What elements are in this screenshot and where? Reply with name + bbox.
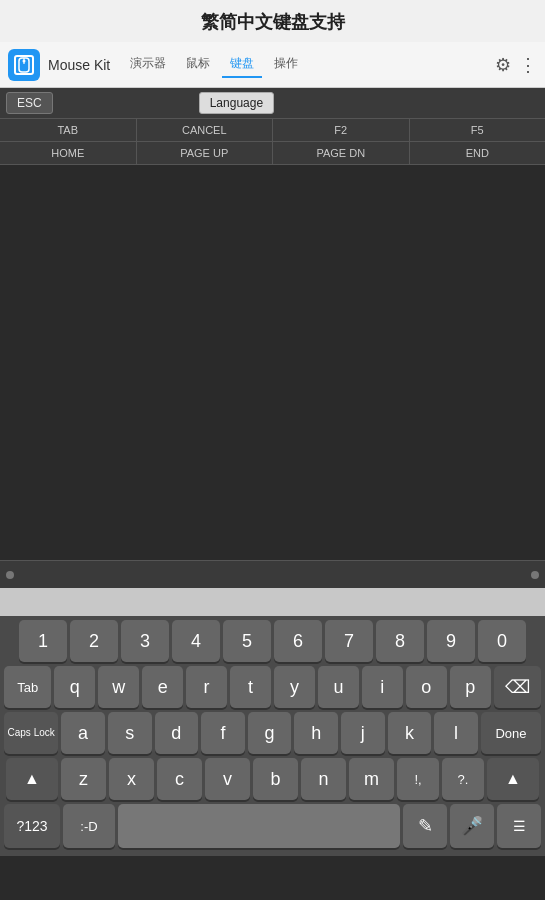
key-v[interactable]: v xyxy=(205,758,250,800)
key-9[interactable]: 9 xyxy=(427,620,475,662)
key-t[interactable]: t xyxy=(230,666,271,708)
tab-mouse[interactable]: 鼠标 xyxy=(178,51,218,78)
input-bar xyxy=(0,560,545,588)
key-d[interactable]: d xyxy=(155,712,199,754)
key-8[interactable]: 8 xyxy=(376,620,424,662)
home-key[interactable]: HOME xyxy=(0,142,137,164)
done-key[interactable]: Done xyxy=(481,712,541,754)
tab-demo[interactable]: 演示器 xyxy=(122,51,174,78)
key-j[interactable]: j xyxy=(341,712,385,754)
key-z[interactable]: z xyxy=(61,758,106,800)
more-icon[interactable]: ⋮ xyxy=(519,54,537,76)
asdf-row: Caps Lock a s d f g h j k l Done xyxy=(2,712,543,754)
key-s[interactable]: s xyxy=(108,712,152,754)
key-r[interactable]: r xyxy=(186,666,227,708)
nav-tabs: 演示器 鼠标 键盘 操作 xyxy=(122,51,495,78)
shift-right-key[interactable]: ▲ xyxy=(487,758,539,800)
bottom-row: ?123 :-D ✎ 🎤 ☰ xyxy=(2,804,543,848)
key-p[interactable]: p xyxy=(450,666,491,708)
mouse-kit-icon xyxy=(16,57,32,73)
f5-key[interactable]: F5 xyxy=(410,119,546,141)
toolbar: ESC Language xyxy=(0,88,545,118)
app-icon xyxy=(8,49,40,81)
shift-left-key[interactable]: ▲ xyxy=(6,758,58,800)
key-u[interactable]: u xyxy=(318,666,359,708)
tab-key-special[interactable]: TAB xyxy=(0,119,137,141)
key-3[interactable]: 3 xyxy=(121,620,169,662)
text-input[interactable] xyxy=(18,565,527,585)
key-b[interactable]: b xyxy=(253,758,298,800)
space-key[interactable] xyxy=(118,804,400,848)
key-7[interactable]: 7 xyxy=(325,620,373,662)
key-0[interactable]: 0 xyxy=(478,620,526,662)
tab-action[interactable]: 操作 xyxy=(266,51,306,78)
key-n[interactable]: n xyxy=(301,758,346,800)
key-2[interactable]: 2 xyxy=(70,620,118,662)
settings-icon[interactable]: ⚙ xyxy=(495,54,511,76)
num-switch-key[interactable]: ?123 xyxy=(4,804,60,848)
key-question-period[interactable]: ?. xyxy=(442,758,484,800)
app-name: Mouse Kit xyxy=(48,57,110,73)
key-m[interactable]: m xyxy=(349,758,394,800)
key-5[interactable]: 5 xyxy=(223,620,271,662)
key-4[interactable]: 4 xyxy=(172,620,220,662)
key-o[interactable]: o xyxy=(406,666,447,708)
key-i[interactable]: i xyxy=(362,666,403,708)
key-1[interactable]: 1 xyxy=(19,620,67,662)
key-x[interactable]: x xyxy=(109,758,154,800)
key-h[interactable]: h xyxy=(294,712,338,754)
key-e[interactable]: e xyxy=(142,666,183,708)
suggestion-bar[interactable] xyxy=(0,588,545,616)
caps-lock-key[interactable]: Caps Lock xyxy=(4,712,58,754)
cancel-key[interactable]: CANCEL xyxy=(137,119,274,141)
key-k[interactable]: k xyxy=(388,712,432,754)
tab-key[interactable]: Tab xyxy=(4,666,51,708)
header-icons: ⚙ ⋮ xyxy=(495,54,537,76)
shift-right-icon: ▲ xyxy=(505,770,521,788)
mic-key[interactable]: 🎤 xyxy=(450,804,494,848)
key-l[interactable]: l xyxy=(434,712,478,754)
keyboard: 1 2 3 4 5 6 7 8 9 0 Tab q w e r t y u i … xyxy=(0,616,545,856)
key-g[interactable]: g xyxy=(248,712,292,754)
pagedn-key[interactable]: PAGE DN xyxy=(273,142,410,164)
key-w[interactable]: w xyxy=(98,666,139,708)
main-content xyxy=(0,165,545,560)
emoji-key[interactable]: :-D xyxy=(63,804,115,848)
backspace-key[interactable] xyxy=(494,666,541,708)
menu-key[interactable]: ☰ xyxy=(497,804,541,848)
key-exclaim-comma[interactable]: !, xyxy=(397,758,439,800)
pageup-key[interactable]: PAGE UP xyxy=(137,142,274,164)
zxcv-row: ▲ z x c v b n m !, ?. ▲ xyxy=(2,758,543,800)
edit-action-key[interactable]: ✎ xyxy=(403,804,447,848)
key-q[interactable]: q xyxy=(54,666,95,708)
key-c[interactable]: c xyxy=(157,758,202,800)
esc-button[interactable]: ESC xyxy=(6,92,53,114)
page-title: 繁简中文键盘支持 xyxy=(0,0,545,42)
f2-key[interactable]: F2 xyxy=(273,119,410,141)
key-f[interactable]: f xyxy=(201,712,245,754)
input-indicator-left xyxy=(6,571,14,579)
svg-point-2 xyxy=(23,59,26,62)
qwerty-row: Tab q w e r t y u i o p xyxy=(2,666,543,708)
tab-keyboard[interactable]: 键盘 xyxy=(222,51,262,78)
special-keys-row-2: HOME PAGE UP PAGE DN END xyxy=(0,141,545,165)
key-a[interactable]: a xyxy=(61,712,105,754)
number-row: 1 2 3 4 5 6 7 8 9 0 xyxy=(2,620,543,662)
app-header: Mouse Kit 演示器 鼠标 键盘 操作 ⚙ ⋮ xyxy=(0,42,545,88)
shift-up-icon: ▲ xyxy=(24,770,40,788)
key-y[interactable]: y xyxy=(274,666,315,708)
end-key[interactable]: END xyxy=(410,142,546,164)
special-keys-row-1: TAB CANCEL F2 F5 xyxy=(0,118,545,141)
language-button[interactable]: Language xyxy=(199,92,274,114)
input-indicator-right xyxy=(531,571,539,579)
key-6[interactable]: 6 xyxy=(274,620,322,662)
